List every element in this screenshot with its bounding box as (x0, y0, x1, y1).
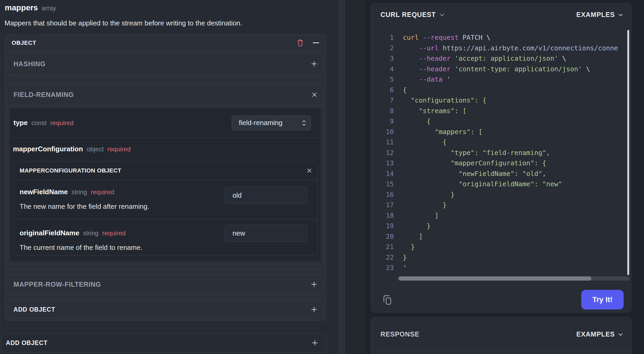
line-number: 6 (377, 85, 394, 95)
input-value: old (232, 191, 242, 200)
line-number: 17 (377, 200, 394, 210)
collapse-object-button[interactable] (313, 42, 319, 43)
line-content: } (403, 189, 455, 200)
code-line: 11 { (377, 137, 618, 148)
plus-icon (311, 61, 317, 67)
line-number: 22 (377, 252, 394, 263)
line-number: 4 (377, 64, 394, 74)
line-number: 9 (377, 116, 394, 127)
field-renaming-body: type const required field-renaming (7, 105, 324, 264)
line-content: "mapperConfiguration": { (403, 158, 546, 169)
line-content: --data ' (403, 74, 451, 85)
input-value: new (232, 229, 245, 237)
code-vertical-scrollbar[interactable] (627, 30, 629, 275)
code-horizontal-scrollbar[interactable] (398, 276, 630, 281)
property-description: The current name of the field to rename. (20, 244, 318, 252)
object-panel-header: OBJECT (5, 35, 326, 51)
curl-request-panel: CURL REQUEST EXAMPLES 1curl --request PA… (371, 3, 631, 312)
line-content: { (403, 85, 407, 95)
property-meta: string (83, 229, 99, 237)
line-number: 23 (377, 263, 394, 273)
delete-object-button[interactable] (297, 39, 304, 47)
line-content: --url https://api.airbyte.com/v1/connect… (403, 43, 618, 54)
line-content: } (403, 242, 415, 252)
add-object-label: ADD OBJECT (6, 339, 312, 347)
examples-label: EXAMPLES (576, 330, 615, 338)
new-field-name-input[interactable]: old (225, 187, 307, 204)
line-number: 14 (377, 169, 394, 179)
response-examples-dropdown[interactable]: EXAMPLES (576, 330, 621, 338)
curl-panel-header: CURL REQUEST EXAMPLES (371, 3, 631, 26)
field-name: mappers (5, 3, 38, 12)
field-renaming-header[interactable]: FIELD-RENAMING (7, 84, 324, 105)
line-content: ] (403, 210, 439, 221)
curl-request-dropdown[interactable]: CURL REQUEST (381, 11, 576, 19)
schema-docs-column: mappers array Mappers that should be app… (0, 0, 339, 354)
code-line: 15 "originalFieldName": "new" (377, 179, 618, 189)
line-number: 18 (377, 210, 394, 221)
response-panel-header: RESPONSE EXAMPLES (371, 317, 631, 351)
code-line: 17 } (377, 200, 618, 210)
array-container-border (1, 32, 1, 333)
type-property-row: type const required field-renaming (10, 108, 321, 138)
mapper-row-filtering-section-row[interactable]: MAPPER-ROW-FILTERING (7, 275, 324, 294)
docs-scrollbar[interactable] (339, 0, 345, 354)
line-number: 21 (377, 242, 394, 252)
plus-icon (311, 281, 317, 287)
code-line: 13 "mapperConfiguration": { (377, 158, 618, 169)
examples-dropdown[interactable]: EXAMPLES (576, 11, 621, 19)
code-line: 8 "streams": [ (377, 106, 618, 116)
field-description: Mappers that should be applied to the st… (5, 19, 242, 27)
line-content: { (403, 137, 447, 148)
line-content: "newFieldName": "old", (403, 169, 546, 179)
code-line: 5 --data ' (377, 74, 618, 85)
line-content: } (403, 252, 407, 263)
line-number: 3 (377, 53, 394, 64)
type-select[interactable]: field-renaming (232, 116, 311, 130)
code-line: 12 "type": "field-renaming", (377, 148, 618, 158)
line-number: 5 (377, 74, 394, 85)
line-content: curl --request PATCH \ (403, 32, 490, 43)
trash-icon (297, 39, 304, 47)
line-content: } (403, 200, 447, 210)
line-number: 2 (377, 43, 394, 54)
scrollbar-thumb[interactable] (399, 276, 591, 281)
close-icon[interactable] (307, 168, 312, 173)
line-number: 13 (377, 158, 394, 169)
property-meta: const (31, 119, 46, 127)
close-icon[interactable] (312, 92, 317, 98)
try-it-button[interactable]: Try It! (581, 290, 624, 309)
type-property-label: type const required (14, 119, 232, 127)
field-type-badge: array (42, 5, 56, 12)
hashing-section-row[interactable]: HASHING (7, 52, 324, 75)
line-number: 1 (377, 32, 394, 43)
code-line: 6{ (377, 85, 618, 95)
add-object-button-outer[interactable]: ADD OBJECT (1, 333, 326, 352)
mapper-configuration-label: mapperConfiguration object required (13, 145, 321, 154)
code-line: 20 ] (377, 231, 618, 242)
code-line: 23' (377, 263, 618, 273)
add-object-button-inner[interactable]: ADD OBJECT (7, 300, 324, 318)
plus-icon (312, 340, 318, 346)
property-required-badge: required (91, 188, 114, 196)
property-name: type (14, 119, 28, 127)
mapper-configuration-title: MAPPERCONFIGURATION OBJECT (20, 167, 307, 174)
property-required-badge: required (102, 229, 126, 237)
field-renaming-title: FIELD-RENAMING (14, 91, 312, 99)
type-select-value: field-renaming (239, 119, 302, 127)
code-line: 1curl --request PATCH \ (377, 32, 618, 43)
mapper-configuration-panel: MAPPERCONFIGURATION OBJECT (14, 161, 318, 255)
copy-code-button[interactable] (383, 294, 393, 306)
hashing-title: HASHING (14, 60, 311, 68)
code-line: 22} (377, 252, 618, 263)
chevron-down-icon (440, 12, 444, 16)
line-content: "streams": [ (403, 106, 467, 116)
line-content: "configurations": { (403, 95, 486, 106)
add-object-label: ADD OBJECT (14, 306, 311, 313)
chevron-down-icon (619, 331, 623, 336)
original-field-name-input[interactable]: new (225, 225, 307, 242)
line-number: 7 (377, 95, 394, 106)
property-meta: string (71, 188, 87, 196)
line-content: "originalFieldName": "new" (403, 179, 562, 189)
code-line: 4 --header 'content-type: application/js… (377, 64, 618, 74)
